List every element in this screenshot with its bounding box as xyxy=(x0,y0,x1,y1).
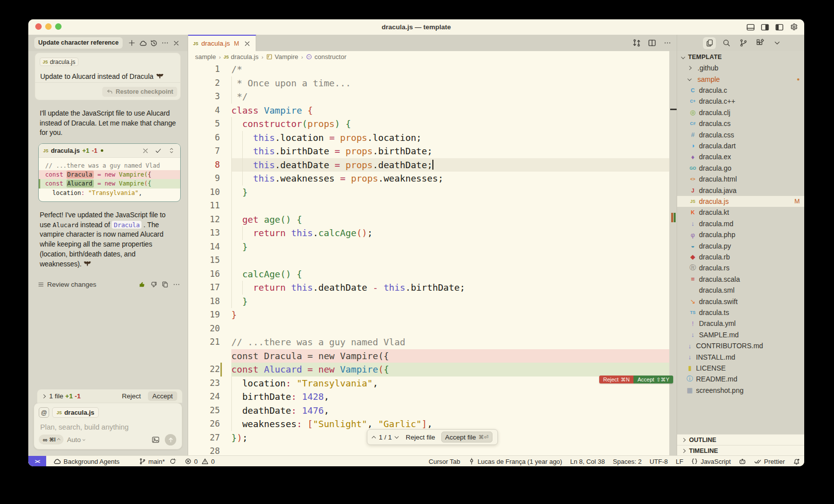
reject-file-button[interactable]: Reject file xyxy=(406,434,435,441)
tree-item-dracula.md[interactable]: ↓dracula.md xyxy=(677,218,804,229)
tree-item-dracula.ts[interactable]: TSdracula.ts xyxy=(677,307,804,318)
formatter-item[interactable]: Prettier xyxy=(754,458,785,465)
encoding-item[interactable]: UTF-8 xyxy=(649,458,668,465)
tree-item-dracula.dart[interactable]: ◑dracula.dart xyxy=(677,140,804,151)
source-control-view-icon[interactable] xyxy=(737,37,750,49)
tree-item-dracula.clj[interactable]: ◎dracula.clj xyxy=(677,107,804,118)
accept-change-button[interactable]: Accept⇧⌘Y xyxy=(633,376,673,383)
reject-change-button[interactable]: Reject⌘N xyxy=(599,376,633,383)
accept-all-button[interactable]: Accept xyxy=(148,391,177,401)
expand-diff-icon[interactable] xyxy=(167,146,176,155)
more-actions-icon[interactable] xyxy=(161,39,170,48)
reject-all-button[interactable]: Reject xyxy=(122,392,140,400)
breadcrumb-item[interactable]: sample xyxy=(195,53,216,61)
history-icon[interactable] xyxy=(149,39,158,48)
agent-mode-pill[interactable]: ∞ ⌘I xyxy=(39,435,64,444)
tree-item-LICENSE[interactable]: ▮LICENSE xyxy=(677,363,804,374)
new-chat-icon[interactable] xyxy=(127,39,136,48)
tree-item-sample[interactable]: sample● xyxy=(677,73,804,84)
tree-item-dracula.java[interactable]: Jdracula.java xyxy=(677,185,804,195)
cursor-position-item[interactable]: Ln 8, Col 38 xyxy=(570,458,605,465)
tree-item-dracula.c++[interactable]: C+dracula.c++ xyxy=(677,96,804,107)
breadcrumb-item[interactable]: Vampire xyxy=(266,53,298,61)
chevron-right-icon[interactable] xyxy=(42,394,46,398)
diff-card-filename[interactable]: dracula.js xyxy=(51,147,79,154)
close-tab-icon[interactable] xyxy=(244,39,251,48)
cursor-tab-item[interactable]: Cursor Tab xyxy=(429,458,460,465)
tree-item-dracula.php[interactable]: φdracula.php xyxy=(677,229,804,240)
indentation-item[interactable]: Spaces: 2 xyxy=(613,458,642,465)
tree-item-SAMPLE.md[interactable]: ↓SAMPLE.md xyxy=(677,329,804,340)
tree-item-INSTALL.md[interactable]: ↓INSTALL.md xyxy=(677,351,804,362)
chat-input-card[interactable]: @ JS dracula.js Plan, search, build anyt… xyxy=(34,403,182,449)
tree-item-dracula.sml[interactable]: dracula.sml xyxy=(677,285,804,296)
breadcrumb-item[interactable]: constructor xyxy=(306,53,346,61)
context-file-chip[interactable]: JS dracula.js xyxy=(52,407,99,418)
section-timeline[interactable]: TIMELINE xyxy=(677,445,804,456)
sync-icon[interactable] xyxy=(169,458,176,465)
background-agents-item[interactable]: Background Agents xyxy=(53,457,120,465)
problems-item[interactable]: 0 0 xyxy=(185,458,214,465)
file-chip[interactable]: JS dracula.js xyxy=(40,58,78,66)
tree-item-dracula.rb[interactable]: ◆dracula.rb xyxy=(677,252,804,262)
editor-tab-dracula-js[interactable]: JS dracula.js M xyxy=(188,35,256,51)
section-outline[interactable]: OUTLINE xyxy=(677,434,804,445)
copilot-icon-item[interactable] xyxy=(739,458,746,465)
tree-item-dracula.ex[interactable]: ♦dracula.ex xyxy=(677,151,804,162)
accept-file-button[interactable]: Accept file ⌘⏎ xyxy=(441,432,493,442)
tree-item-screenshot.png[interactable]: ▦screenshot.png xyxy=(677,385,804,396)
search-view-icon[interactable] xyxy=(720,37,733,49)
more-views-chevron-icon[interactable] xyxy=(770,37,783,49)
reject-diff-icon[interactable] xyxy=(141,146,150,155)
tree-item-dracula.py[interactable]: ◒dracula.py xyxy=(677,240,804,251)
toggle-secondary-sidebar-icon[interactable] xyxy=(761,23,769,32)
tree-item-dracula.scala[interactable]: ≡dracula.scala xyxy=(677,274,804,285)
tree-item-dracula.js[interactable]: JSdracula.jsM xyxy=(677,196,804,207)
breadcrumb-item[interactable]: JSdracula.js xyxy=(224,53,259,61)
cloud-icon[interactable] xyxy=(139,39,147,48)
explorer-view-icon[interactable] xyxy=(703,37,716,49)
more-actions-icon[interactable] xyxy=(663,39,672,48)
overview-ruler[interactable] xyxy=(669,51,677,455)
language-mode-item[interactable]: JavaScript xyxy=(691,458,731,465)
chat-tab[interactable]: Update character reference xyxy=(34,37,123,49)
tree-item-Dracula.yml[interactable]: !Dracula.yml xyxy=(677,318,804,329)
prev-change-icon[interactable] xyxy=(372,436,376,440)
mention-button[interactable]: @ xyxy=(39,407,49,418)
more-icon[interactable] xyxy=(172,280,181,289)
restore-checkpoint-button[interactable]: Restore checkpoint xyxy=(102,87,177,97)
explorer-section-header[interactable]: TEMPLATE xyxy=(677,51,804,63)
eol-item[interactable]: LF xyxy=(676,458,683,465)
symbol-link[interactable]: Dracula xyxy=(112,221,141,229)
thumbs-up-icon[interactable] xyxy=(138,280,146,289)
send-button[interactable] xyxy=(165,434,176,445)
tree-item-.github[interactable]: .github xyxy=(677,63,804,73)
extensions-view-icon[interactable] xyxy=(754,37,766,49)
tree-item-dracula.css[interactable]: #dracula.css xyxy=(677,129,804,140)
notifications-bell-icon[interactable] xyxy=(793,458,800,465)
settings-gear-icon[interactable] xyxy=(789,23,798,32)
toggle-panel-icon[interactable] xyxy=(746,23,755,32)
tree-item-dracula.swift[interactable]: ↘dracula.swift xyxy=(677,296,804,307)
git-branch-item[interactable]: main* xyxy=(139,458,176,465)
thumbs-down-icon[interactable] xyxy=(149,280,158,289)
attach-image-icon[interactable] xyxy=(151,435,160,444)
tree-item-CONTRIBUTORS.md[interactable]: ↓CONTRIBUTORS.md xyxy=(677,340,804,351)
toggle-primary-sidebar-icon[interactable] xyxy=(775,23,784,32)
next-change-icon[interactable] xyxy=(395,435,399,439)
tree-item-dracula.go[interactable]: GOdracula.go xyxy=(677,163,804,174)
accept-diff-icon[interactable] xyxy=(154,146,163,155)
chat-input-placeholder[interactable]: Plan, search, build anything xyxy=(40,423,129,431)
code-editor[interactable]: 1/*2 * Once upon a time...3 */4class Vam… xyxy=(188,63,669,455)
close-chat-icon[interactable] xyxy=(172,39,181,48)
git-commit-item[interactable]: Lucas de França (1 year ago) xyxy=(468,458,562,465)
model-selector[interactable]: Auto xyxy=(67,436,85,443)
open-changes-icon[interactable] xyxy=(632,39,641,48)
copy-icon[interactable] xyxy=(160,280,169,289)
tree-item-dracula.cs[interactable]: C#dracula.cs xyxy=(677,118,804,129)
tree-item-dracula.html[interactable]: <>dracula.html xyxy=(677,174,804,185)
review-changes-label[interactable]: Review changes xyxy=(47,281,96,288)
tree-item-dracula.rs[interactable]: Ⓡdracula.rs xyxy=(677,262,804,273)
tree-item-dracula.kt[interactable]: Kdracula.kt xyxy=(677,207,804,218)
tree-item-README.md[interactable]: ⓘREADME.md xyxy=(677,374,804,384)
